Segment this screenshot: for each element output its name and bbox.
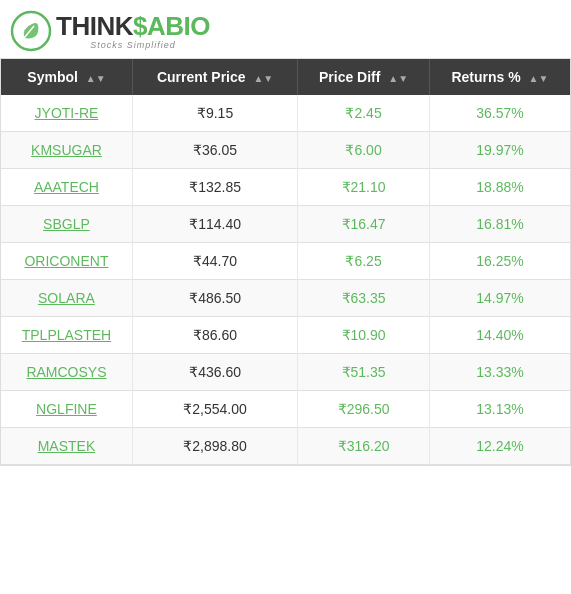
table-row: NGLFINE₹2,554.00₹296.5013.13%	[1, 391, 570, 428]
symbol-link[interactable]: AAATECH	[34, 179, 99, 195]
sort-arrows-returns[interactable]: ▲▼	[529, 75, 549, 82]
cell-current-price: ₹2,898.80	[132, 428, 297, 465]
header: THINK $ ABIO Stocks Simplified	[0, 0, 571, 58]
col-symbol[interactable]: Symbol ▲▼	[1, 59, 132, 95]
symbol-link[interactable]: NGLFINE	[36, 401, 97, 417]
cell-symbol: KMSUGAR	[1, 132, 132, 169]
cell-returns: 13.13%	[429, 391, 570, 428]
table-row: RAMCOSYS₹436.60₹51.3513.33%	[1, 354, 570, 391]
cell-symbol: SBGLP	[1, 206, 132, 243]
stocks-table-wrapper: Symbol ▲▼ Current Price ▲▼ Price Diff ▲▼…	[0, 58, 571, 466]
table-row: SOLARA₹486.50₹63.3514.97%	[1, 280, 570, 317]
cell-price-diff: ₹6.25	[298, 243, 430, 280]
table-header: Symbol ▲▼ Current Price ▲▼ Price Diff ▲▼…	[1, 59, 570, 95]
table-row: AAATECH₹132.85₹21.1018.88%	[1, 169, 570, 206]
cell-current-price: ₹486.50	[132, 280, 297, 317]
symbol-link[interactable]: ORICONENT	[24, 253, 108, 269]
cell-price-diff: ₹16.47	[298, 206, 430, 243]
logo-dollar: $	[133, 13, 147, 39]
table-row: JYOTI-RE₹9.15₹2.4536.57%	[1, 95, 570, 132]
cell-returns: 16.25%	[429, 243, 570, 280]
symbol-link[interactable]: JYOTI-RE	[35, 105, 99, 121]
sort-arrows-symbol[interactable]: ▲▼	[86, 75, 106, 82]
cell-price-diff: ₹316.20	[298, 428, 430, 465]
cell-price-diff: ₹2.45	[298, 95, 430, 132]
cell-symbol: RAMCOSYS	[1, 354, 132, 391]
col-current-price[interactable]: Current Price ▲▼	[132, 59, 297, 95]
table-row: KMSUGAR₹36.05₹6.0019.97%	[1, 132, 570, 169]
cell-returns: 12.24%	[429, 428, 570, 465]
cell-price-diff: ₹6.00	[298, 132, 430, 169]
cell-current-price: ₹36.05	[132, 132, 297, 169]
symbol-link[interactable]: RAMCOSYS	[26, 364, 106, 380]
table-row: ORICONENT₹44.70₹6.2516.25%	[1, 243, 570, 280]
cell-symbol: AAATECH	[1, 169, 132, 206]
cell-symbol: TPLPLASTEH	[1, 317, 132, 354]
cell-returns: 13.33%	[429, 354, 570, 391]
cell-returns: 18.88%	[429, 169, 570, 206]
table-body: JYOTI-RE₹9.15₹2.4536.57%KMSUGAR₹36.05₹6.…	[1, 95, 570, 465]
table-row: SBGLP₹114.40₹16.4716.81%	[1, 206, 570, 243]
cell-price-diff: ₹63.35	[298, 280, 430, 317]
cell-symbol: JYOTI-RE	[1, 95, 132, 132]
table-row: MASTEK₹2,898.80₹316.2012.24%	[1, 428, 570, 465]
cell-returns: 36.57%	[429, 95, 570, 132]
logo: THINK $ ABIO Stocks Simplified	[10, 10, 210, 52]
cell-price-diff: ₹296.50	[298, 391, 430, 428]
cell-price-diff: ₹10.90	[298, 317, 430, 354]
cell-current-price: ₹44.70	[132, 243, 297, 280]
logo-icon	[10, 10, 52, 52]
symbol-link[interactable]: KMSUGAR	[31, 142, 102, 158]
cell-symbol: SOLARA	[1, 280, 132, 317]
symbol-link[interactable]: SOLARA	[38, 290, 95, 306]
cell-price-diff: ₹51.35	[298, 354, 430, 391]
cell-symbol: NGLFINE	[1, 391, 132, 428]
symbol-link[interactable]: MASTEK	[38, 438, 96, 454]
cell-current-price: ₹132.85	[132, 169, 297, 206]
logo-text: THINK $ ABIO Stocks Simplified	[56, 13, 210, 50]
cell-current-price: ₹9.15	[132, 95, 297, 132]
cell-returns: 19.97%	[429, 132, 570, 169]
cell-current-price: ₹2,554.00	[132, 391, 297, 428]
logo-abio: ABIO	[147, 13, 210, 39]
cell-current-price: ₹86.60	[132, 317, 297, 354]
symbol-link[interactable]: TPLPLASTEH	[22, 327, 111, 343]
symbol-link[interactable]: SBGLP	[43, 216, 90, 232]
cell-returns: 14.97%	[429, 280, 570, 317]
sort-arrows-diff[interactable]: ▲▼	[388, 75, 408, 82]
col-returns[interactable]: Returns % ▲▼	[429, 59, 570, 95]
sort-arrows-price[interactable]: ▲▼	[253, 75, 273, 82]
logo-tagline: Stocks Simplified	[56, 41, 210, 50]
cell-returns: 14.40%	[429, 317, 570, 354]
cell-returns: 16.81%	[429, 206, 570, 243]
table-row: TPLPLASTEH₹86.60₹10.9014.40%	[1, 317, 570, 354]
cell-current-price: ₹114.40	[132, 206, 297, 243]
cell-current-price: ₹436.60	[132, 354, 297, 391]
col-price-diff[interactable]: Price Diff ▲▼	[298, 59, 430, 95]
cell-symbol: ORICONENT	[1, 243, 132, 280]
stocks-table: Symbol ▲▼ Current Price ▲▼ Price Diff ▲▼…	[1, 59, 570, 465]
logo-think: THINK	[56, 13, 133, 39]
cell-symbol: MASTEK	[1, 428, 132, 465]
cell-price-diff: ₹21.10	[298, 169, 430, 206]
